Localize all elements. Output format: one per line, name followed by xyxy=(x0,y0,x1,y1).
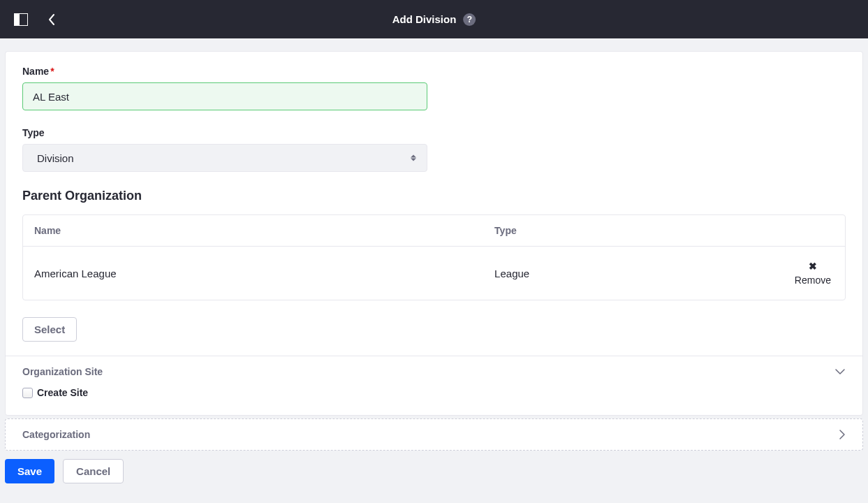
table-row: American League League ✖ Remove xyxy=(23,247,845,300)
type-select-wrap: Division xyxy=(22,144,427,172)
org-site-header[interactable]: Organization Site xyxy=(6,356,862,387)
page-header: Add Division ? xyxy=(0,0,868,38)
categorization-card: Categorization xyxy=(5,418,863,451)
save-button[interactable]: Save xyxy=(5,459,54,483)
remove-label: Remove xyxy=(795,275,831,286)
type-field-group: Type Division xyxy=(22,127,846,172)
form-card: Name* Type Division Parent Organizat xyxy=(5,51,863,416)
table-header-action xyxy=(775,215,845,247)
parent-org-table: Name Type American League League ✖ xyxy=(22,214,846,300)
parent-org-section: Parent Organization Name Type American L… xyxy=(22,189,846,342)
type-select[interactable]: Division xyxy=(22,144,427,172)
page-title: Add Division xyxy=(392,13,457,25)
name-label-text: Name xyxy=(22,66,49,77)
org-site-body: Create Site xyxy=(6,387,862,415)
help-icon[interactable]: ? xyxy=(463,13,476,26)
categorization-title: Categorization xyxy=(22,429,90,440)
footer-buttons: Save Cancel xyxy=(5,451,863,483)
content-area: Name* Type Division Parent Organizat xyxy=(0,38,868,490)
categorization-header[interactable]: Categorization xyxy=(6,419,862,450)
name-label: Name* xyxy=(22,66,846,77)
header-title-wrap: Add Division ? xyxy=(392,13,476,26)
remove-button[interactable]: ✖ Remove xyxy=(795,261,831,286)
parent-org-heading: Parent Organization xyxy=(22,189,846,203)
chevron-down-icon xyxy=(834,368,846,375)
create-site-label: Create Site xyxy=(37,387,88,398)
create-site-row: Create Site xyxy=(22,387,846,398)
cancel-button[interactable]: Cancel xyxy=(63,459,124,483)
header-left xyxy=(14,13,59,27)
org-site-panel: Organization Site Create Site xyxy=(6,356,862,415)
chevron-right-icon xyxy=(839,429,846,440)
table-header-type: Type xyxy=(483,215,775,247)
sidebar-toggle-icon[interactable] xyxy=(14,13,28,27)
back-icon[interactable] xyxy=(45,13,59,27)
main-form-section: Name* Type Division Parent Organizat xyxy=(6,52,862,356)
name-field-group: Name* xyxy=(22,66,846,110)
close-icon: ✖ xyxy=(809,261,817,272)
required-asterisk: * xyxy=(50,66,54,77)
table-cell-type: League xyxy=(483,247,775,300)
create-site-checkbox[interactable] xyxy=(22,388,33,398)
org-site-title: Organization Site xyxy=(22,366,103,377)
table-cell-name: American League xyxy=(23,247,483,300)
svg-rect-1 xyxy=(14,13,20,26)
type-label: Type xyxy=(22,127,846,138)
select-button[interactable]: Select xyxy=(22,317,77,342)
table-header-name: Name xyxy=(23,215,483,247)
name-input[interactable] xyxy=(22,82,427,110)
